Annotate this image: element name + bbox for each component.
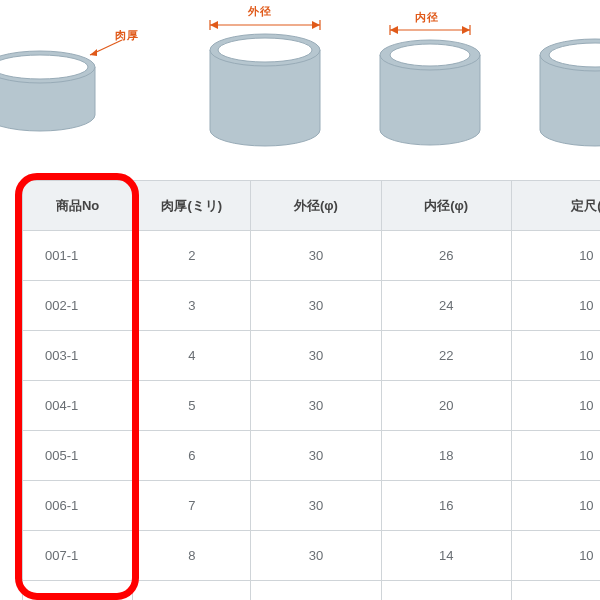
cell-fixed: 10 bbox=[511, 431, 600, 481]
cell-thickness: 5 bbox=[133, 381, 251, 431]
table-row: 002-1 3 30 24 10 bbox=[23, 281, 601, 331]
table-header-row: 商品No 肉厚(ミリ) 外径(φ) 内径(φ) 定尺( bbox=[23, 181, 601, 231]
cell-thickness: 2 bbox=[133, 231, 251, 281]
cell-thickness: 4 bbox=[133, 331, 251, 381]
cell-inner: 22 bbox=[381, 331, 511, 381]
cell-inner: 16 bbox=[381, 481, 511, 531]
table-row: 007-1 8 30 14 10 bbox=[23, 531, 601, 581]
table-body: 001-1 2 30 26 10 002-1 3 30 24 10 003-1 … bbox=[23, 231, 601, 601]
cell-product-no: 002-1 bbox=[23, 281, 133, 331]
cell-outer: 30 bbox=[251, 481, 381, 531]
pipe-illustration: 肉厚 外径 内径 bbox=[0, 0, 600, 173]
cell-product-no: 004-1 bbox=[23, 381, 133, 431]
svg-marker-3 bbox=[90, 49, 97, 56]
cell-outer: 30 bbox=[251, 431, 381, 481]
label-naikei: 内径 bbox=[415, 10, 439, 25]
cell-inner: 26 bbox=[381, 231, 511, 281]
cell-inner: 20 bbox=[381, 381, 511, 431]
svg-marker-16 bbox=[390, 26, 398, 34]
cell-inner: 10 bbox=[381, 581, 511, 601]
cell-thickness: 10 bbox=[133, 581, 251, 601]
svg-point-1 bbox=[0, 55, 88, 79]
svg-marker-17 bbox=[462, 26, 470, 34]
svg-marker-9 bbox=[210, 21, 218, 29]
cell-product-no: 006-1 bbox=[23, 481, 133, 531]
product-table: 商品No 肉厚(ミリ) 外径(φ) 内径(φ) 定尺( 001-1 2 30 2… bbox=[22, 180, 600, 600]
label-gaikei: 外径 bbox=[248, 4, 272, 19]
th-product-no: 商品No bbox=[23, 181, 133, 231]
th-fixed-len: 定尺( bbox=[511, 181, 600, 231]
cell-product-no: 003-1 bbox=[23, 331, 133, 381]
cell-thickness: 6 bbox=[133, 431, 251, 481]
cell-product-no: 001-1 bbox=[23, 231, 133, 281]
cell-fixed: 10 bbox=[511, 331, 600, 381]
cylinder-nikuatsu-icon bbox=[0, 40, 122, 131]
cell-outer: 30 bbox=[251, 331, 381, 381]
product-table-wrap: 商品No 肉厚(ミリ) 外径(φ) 内径(φ) 定尺( 001-1 2 30 2… bbox=[22, 180, 600, 600]
cylinder-naikei-icon bbox=[380, 25, 480, 145]
cell-outer: 30 bbox=[251, 281, 381, 331]
th-outer-dia: 外径(φ) bbox=[251, 181, 381, 231]
cell-product-no: 008-1 bbox=[23, 581, 133, 601]
svg-point-12 bbox=[390, 44, 470, 66]
cell-product-no: 005-1 bbox=[23, 431, 133, 481]
table-row: 004-1 5 30 20 10 bbox=[23, 381, 601, 431]
cell-inner: 24 bbox=[381, 281, 511, 331]
cell-thickness: 3 bbox=[133, 281, 251, 331]
cell-fixed: 10 bbox=[511, 281, 600, 331]
cell-outer: 30 bbox=[251, 531, 381, 581]
cell-product-no: 007-1 bbox=[23, 531, 133, 581]
cell-fixed: 10 bbox=[511, 481, 600, 531]
cell-fixed: 10 bbox=[511, 381, 600, 431]
svg-point-5 bbox=[218, 38, 312, 62]
svg-marker-10 bbox=[312, 21, 320, 29]
cell-thickness: 8 bbox=[133, 531, 251, 581]
cell-inner: 18 bbox=[381, 431, 511, 481]
table-row: 008-1 10 30 10 10 bbox=[23, 581, 601, 601]
cylinder-right-icon bbox=[540, 39, 600, 146]
pipes-svg bbox=[0, 0, 600, 173]
cell-thickness: 7 bbox=[133, 481, 251, 531]
label-nikuatsu: 肉厚 bbox=[115, 28, 139, 43]
cell-fixed: 10 bbox=[511, 581, 600, 601]
table-row: 001-1 2 30 26 10 bbox=[23, 231, 601, 281]
th-thickness: 肉厚(ミリ) bbox=[133, 181, 251, 231]
cell-outer: 30 bbox=[251, 381, 381, 431]
cylinder-gaikei-icon bbox=[210, 20, 320, 146]
table-row: 006-1 7 30 16 10 bbox=[23, 481, 601, 531]
cell-fixed: 10 bbox=[511, 531, 600, 581]
cell-outer: 30 bbox=[251, 231, 381, 281]
cell-outer: 30 bbox=[251, 581, 381, 601]
cell-inner: 14 bbox=[381, 531, 511, 581]
table-row: 005-1 6 30 18 10 bbox=[23, 431, 601, 481]
th-inner-dia: 内径(φ) bbox=[381, 181, 511, 231]
cell-fixed: 10 bbox=[511, 231, 600, 281]
table-row: 003-1 4 30 22 10 bbox=[23, 331, 601, 381]
